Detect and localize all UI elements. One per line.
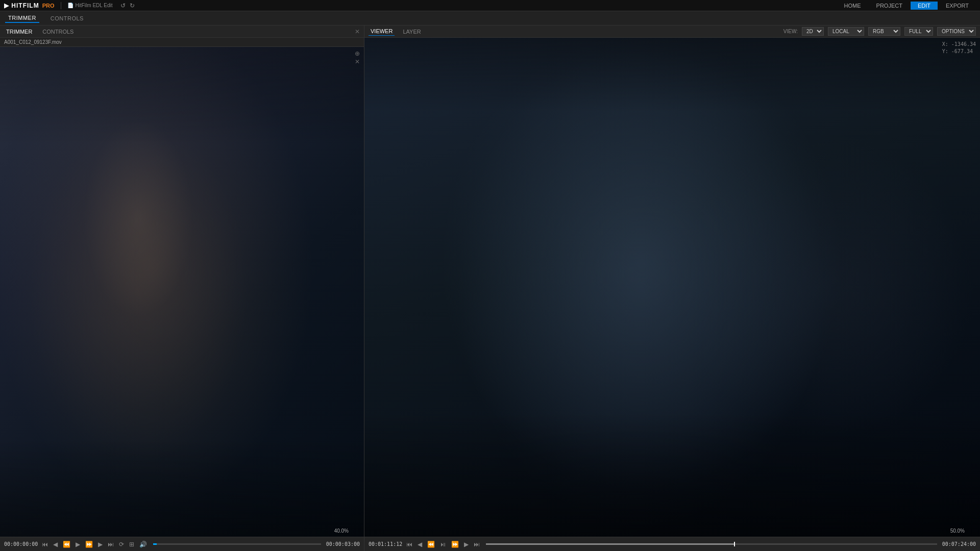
preview-corner-icon-1: ⊕ xyxy=(355,50,360,57)
trimmer-mark-in-icon[interactable]: ⏮ xyxy=(41,541,49,548)
viewer-vignette xyxy=(364,38,980,537)
viewer-panel: VIEWER LAYER VIEW: 2D 3D LOCAL GLOBAL RG… xyxy=(364,26,980,551)
trimmer-tab-controls[interactable]: CONTROLS xyxy=(40,28,76,36)
nav-home-btn[interactable]: HOME xyxy=(837,2,868,10)
trimmer-loop-icon[interactable]: ⟳ xyxy=(118,541,125,548)
viewer-scrubber[interactable] xyxy=(486,543,937,545)
viewer-tab-viewer[interactable]: VIEWER xyxy=(369,27,395,36)
viewer-btn-1[interactable]: ⏮ xyxy=(405,541,413,548)
file-icon: 📄 xyxy=(67,3,74,8)
nav-action-icons: ↺ ↻ xyxy=(120,2,135,9)
viewer-btn-2[interactable]: ◀ xyxy=(416,541,423,548)
trimmer-mark-out-icon[interactable]: ⏭ xyxy=(107,541,115,548)
viewer-video-area: X: -1346.34 Y: -677.34 50.0% xyxy=(364,38,980,537)
trimmer-time-out: 00:00:03:00 xyxy=(326,541,360,547)
view-mode-label: VIEW: xyxy=(783,29,798,34)
trimmer-transport-bar: 00:00:00:00 ⏮ ◀ ⏪ ▶ ⏩ ▶ ⏭ ⟳ ⊞ 🔊 00:00:03… xyxy=(0,537,364,551)
nav-right-buttons: HOME PROJECT EDIT EXPORT xyxy=(837,2,976,10)
top-navigation: ▶ HITFILM PRO 📄 HitFilm EDL Edit ↺ ↻ HOM… xyxy=(0,0,980,11)
viewer-btn-4[interactable]: ⏯ xyxy=(439,541,447,548)
redo-icon[interactable]: ↻ xyxy=(130,2,135,9)
trimmer-step-forward-icon[interactable]: ▶ xyxy=(97,541,104,548)
viewer-x-coord: X: -1346.34 xyxy=(942,41,976,48)
tab-trimmer[interactable]: TRIMMER xyxy=(5,14,39,23)
options-select[interactable]: OPTIONS xyxy=(937,27,976,36)
nav-file-icon-area: 📄 HitFilm EDL Edit xyxy=(67,3,113,8)
trimmer-step-back-icon[interactable]: ◀ xyxy=(52,541,59,548)
viewer-btn-3[interactable]: ⏪ xyxy=(426,541,436,548)
viewer-controls-right: VIEW: 2D 3D LOCAL GLOBAL RGB ALPHA FULL … xyxy=(783,27,976,36)
viewer-tab-layer[interactable]: LAYER xyxy=(401,28,423,36)
viewer-time-display: 00:01:11:12 xyxy=(369,541,402,547)
trimmer-tab-trimmer[interactable]: TRIMMER xyxy=(4,28,34,36)
brand-logo-area: ▶ HITFILM PRO xyxy=(4,2,55,9)
viewer-transport-bar: 00:01:11:12 ⏮ ◀ ⏪ ⏯ ⏩ ▶ ⏭ 00:07:24:00 xyxy=(364,537,980,551)
main-area: TRIMMER CONTROLS ✕ A001_C012_09123F.mov … xyxy=(0,26,980,551)
brand-name: ▶ HITFILM xyxy=(4,2,39,9)
brand-pro-label: PRO xyxy=(42,3,55,9)
trimmer-next-icon[interactable]: ⏩ xyxy=(84,541,94,548)
undo-icon[interactable]: ↺ xyxy=(120,2,126,9)
trimmer-scrubber-pos xyxy=(153,543,157,545)
viewer-scrubber-head xyxy=(734,542,735,546)
trimmer-close-icon[interactable]: ✕ xyxy=(355,28,360,35)
trimmer-video-bg xyxy=(0,47,364,537)
viewer-header: VIEWER LAYER VIEW: 2D 3D LOCAL GLOBAL RG… xyxy=(364,26,980,38)
nav-separator xyxy=(61,2,61,9)
nav-export-btn[interactable]: EXPORT xyxy=(939,2,976,10)
viewer-btn-5[interactable]: ⏩ xyxy=(450,541,460,548)
trimmer-panel: TRIMMER CONTROLS ✕ A001_C012_09123F.mov … xyxy=(0,26,364,551)
viewer-btn-6[interactable]: ▶ xyxy=(463,541,470,548)
face-vignette xyxy=(0,47,364,537)
viewer-video-bg xyxy=(364,38,980,537)
trimmer-time-in: 00:00:00:00 xyxy=(4,541,38,547)
viewer-time-right: 00:07:24:00 xyxy=(942,541,976,547)
viewer-zoom-display: 50.0% xyxy=(950,528,965,534)
viewer-btn-7[interactable]: ⏭ xyxy=(473,541,481,548)
trimmer-play-icon[interactable]: ▶ xyxy=(75,541,81,548)
viewer-scrubber-pos xyxy=(486,543,734,545)
trimmer-prev-icon[interactable]: ⏪ xyxy=(62,541,71,548)
trimmer-extra-icon[interactable]: ⊞ xyxy=(128,541,135,548)
rgb-select[interactable]: RGB ALPHA xyxy=(868,27,900,36)
nav-project-btn[interactable]: PROJECT xyxy=(869,2,910,10)
preview-corner-icon-2: ✕ xyxy=(355,58,360,65)
full-select[interactable]: FULL HALF xyxy=(904,27,933,36)
local-select[interactable]: LOCAL GLOBAL xyxy=(828,27,864,36)
trimmer-scrubber[interactable] xyxy=(153,543,321,545)
view-mode-select[interactable]: 2D 3D xyxy=(802,27,824,36)
second-row-tabs: TRIMMER CONTROLS xyxy=(0,11,980,26)
file-name: HitFilm EDL Edit xyxy=(76,3,113,8)
trimmer-video-preview: ⊕ ✕ 40.0% xyxy=(0,47,364,537)
tab-controls[interactable]: CONTROLS xyxy=(47,14,87,22)
nav-edit-btn[interactable]: EDIT xyxy=(911,2,938,10)
trimmer-header: TRIMMER CONTROLS ✕ xyxy=(0,26,364,38)
trimmer-zoom-display: 40.0% xyxy=(334,528,349,534)
viewer-y-coord: Y: -677.34 xyxy=(942,48,976,55)
trimmer-filename: A001_C012_09123F.mov xyxy=(0,38,364,47)
viewer-coords-display: X: -1346.34 Y: -677.34 xyxy=(942,41,976,55)
trimmer-vol-icon[interactable]: 🔊 xyxy=(138,541,148,548)
